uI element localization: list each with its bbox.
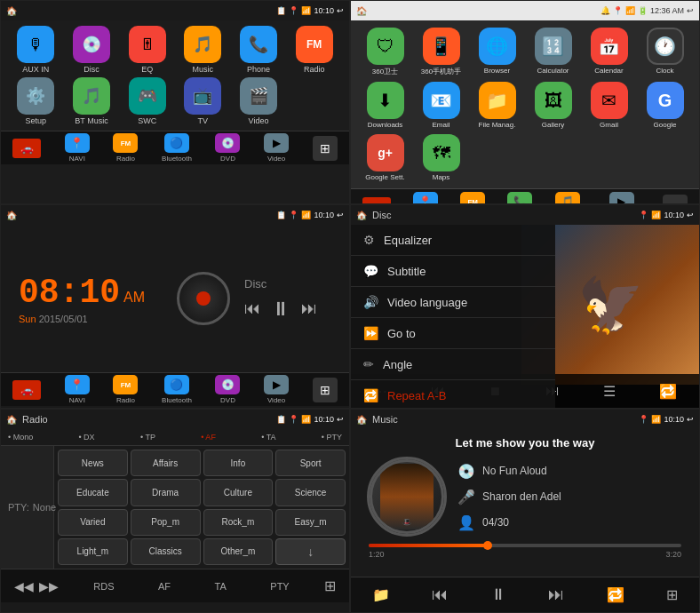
next-button-3[interactable]: ⏭: [301, 299, 317, 318]
app-calendar[interactable]: 📅 Calendar: [584, 28, 634, 76]
play-pause-btn-6[interactable]: ⏸: [490, 585, 506, 604]
back-icon-6[interactable]: ↩: [687, 415, 694, 424]
home-icon-3[interactable]: 🏠: [6, 211, 17, 220]
app-google-settings[interactable]: g+ Google Sett.: [360, 134, 410, 181]
home-icon-4[interactable]: 🏠: [356, 211, 367, 220]
app-bt-music[interactable]: 🎵 BT Music: [66, 77, 118, 125]
next-btn-6[interactable]: ⏭: [548, 585, 564, 604]
nav-bluetooth-1[interactable]: 🔵 Bluetooth: [162, 133, 192, 163]
app-video[interactable]: 🎬 Video: [233, 77, 285, 125]
nav-dvd-3[interactable]: 💿 DVD: [215, 375, 240, 404]
menu-video-language[interactable]: 🔊 Video language: [351, 287, 555, 318]
radio-ta-btn[interactable]: TA: [206, 577, 235, 595]
back-icon-3[interactable]: ↩: [337, 211, 344, 219]
app-google[interactable]: G Google: [640, 82, 690, 129]
prev-btn-6[interactable]: ⏮: [432, 585, 448, 604]
app-calculator[interactable]: 🔢 Calculator: [528, 28, 578, 76]
genre-drama[interactable]: Drama: [131, 479, 201, 506]
genre-affairs[interactable]: Affairs: [131, 450, 201, 476]
menu-equalizer[interactable]: ⚙ Equalizer: [351, 225, 555, 256]
progress-track[interactable]: [369, 544, 681, 547]
grid-button-3[interactable]: ⊞: [313, 378, 338, 402]
app-360-guard[interactable]: 🛡 360卫士: [360, 28, 410, 76]
grid-button-1[interactable]: ⊞: [313, 136, 338, 161]
nav-radio-1[interactable]: FM Radio: [113, 133, 138, 163]
app-browser[interactable]: 🌐 Browser: [472, 28, 522, 76]
menu-repeat-ab[interactable]: 🔁 Repeat A-B: [351, 380, 555, 409]
app-gallery[interactable]: 🖼 Gallery: [528, 82, 578, 129]
list-btn-4[interactable]: ☰: [603, 383, 616, 400]
repeat-btn-4[interactable]: 🔁: [659, 383, 677, 400]
nav-navi-2[interactable]: 📍 Navi: [413, 192, 438, 204]
app-swc[interactable]: 🎮 SWC: [121, 77, 173, 125]
genre-varied[interactable]: Varied: [58, 509, 128, 536]
genre-rock[interactable]: Rock_m: [203, 509, 274, 536]
genre-educate[interactable]: Educate: [58, 479, 128, 506]
radio-pty-btn[interactable]: PTY: [261, 577, 298, 595]
menu-btn-6[interactable]: ⊞: [666, 586, 678, 603]
nav-videoplayer-2[interactable]: ▶ VideoPlayer: [602, 192, 640, 204]
genre-classics[interactable]: Classics: [131, 538, 201, 565]
car-button-1[interactable]: 🚗: [12, 139, 41, 158]
genre-info[interactable]: Info: [203, 450, 274, 476]
nav-navi-1[interactable]: 📍 NAVI: [65, 133, 90, 163]
grid-button-2[interactable]: ⊞: [663, 195, 688, 205]
menu-angle[interactable]: ✏ Angle: [351, 349, 555, 380]
vol-up-icon[interactable]: ▶▶: [39, 579, 59, 593]
app-file-manager[interactable]: 📁 File Manag.: [472, 82, 522, 129]
genre-scroll-down[interactable]: ↓: [275, 538, 346, 565]
car-button-2[interactable]: 🚗: [362, 197, 391, 205]
nav-video-1[interactable]: ▶ Video: [264, 133, 289, 163]
app-eq[interactable]: 🎚 EQ: [121, 26, 173, 74]
genre-science[interactable]: Science: [275, 479, 346, 506]
folder-icon-6[interactable]: 📁: [372, 586, 390, 603]
genre-news[interactable]: News: [58, 450, 128, 476]
app-email[interactable]: 📧 Email: [416, 82, 466, 129]
home-icon-6[interactable]: 🏠: [356, 415, 367, 425]
genre-sport[interactable]: Sport: [275, 450, 346, 476]
radio-rds-btn[interactable]: RDS: [84, 577, 123, 595]
nav-dvd-1[interactable]: 💿 DVD: [215, 133, 240, 163]
progress-handle[interactable]: [483, 541, 492, 550]
prev-button-3[interactable]: ⏮: [244, 299, 260, 318]
back-icon-5[interactable]: ↩: [337, 415, 344, 424]
nav-bluetooth-3[interactable]: 🔵 Bluetooth: [162, 375, 192, 404]
app-music[interactable]: 🎵 Music: [177, 26, 229, 74]
vol-down-icon[interactable]: ◀◀: [14, 579, 34, 593]
app-maps[interactable]: 🗺 Maps: [416, 134, 466, 181]
app-radio[interactable]: FM Radio: [288, 26, 340, 74]
nav-navi-3[interactable]: 📍 NAVI: [65, 375, 90, 404]
app-phone[interactable]: 📞 Phone: [233, 26, 285, 74]
radio-menu-icon[interactable]: ⊞: [324, 577, 336, 594]
app-tv[interactable]: 📺 TV: [177, 77, 229, 125]
app-clock[interactable]: 🕐 Clock: [640, 28, 690, 76]
menu-goto[interactable]: ⏩ Go to: [351, 318, 555, 349]
app-setup[interactable]: ⚙️ Setup: [10, 77, 62, 125]
app-disc[interactable]: 💿 Disc: [66, 26, 118, 74]
home-icon-2[interactable]: 🏠: [356, 6, 367, 16]
radio-af-btn[interactable]: AF: [149, 577, 179, 595]
genre-easy[interactable]: Easy_m: [275, 509, 346, 536]
app-downloads[interactable]: ⬇ Downloads: [360, 82, 410, 129]
back-icon-2[interactable]: ↩: [687, 6, 694, 15]
nav-music-2[interactable]: 🎵 Music: [555, 192, 580, 204]
repeat-btn-6[interactable]: 🔁: [607, 586, 624, 603]
app-gmail[interactable]: ✉ Gmail: [584, 82, 634, 129]
app-aux-in[interactable]: 🎙 AUX IN: [10, 26, 62, 74]
genre-other[interactable]: Other_m: [203, 538, 274, 565]
car-button-3[interactable]: 🚗: [12, 380, 41, 400]
home-icon[interactable]: 🏠: [6, 6, 17, 16]
back-icon-1[interactable]: ↩: [337, 6, 344, 15]
nav-radio-3[interactable]: FM Radio: [113, 375, 138, 404]
back-icon-4[interactable]: ↩: [687, 211, 694, 219]
genre-light[interactable]: Light_m: [58, 538, 128, 565]
app-360-assistant[interactable]: 📱 360手机助手: [416, 28, 466, 76]
play-pause-button-3[interactable]: ⏸: [271, 298, 290, 321]
home-icon-5[interactable]: 🏠: [6, 415, 17, 425]
nav-radio-2[interactable]: FM Radio: [460, 192, 485, 204]
nav-phone-2[interactable]: 📞 Phone: [507, 192, 532, 204]
menu-subtitle[interactable]: 💬 Subtitle: [351, 256, 555, 287]
genre-culture[interactable]: Culture: [203, 479, 274, 506]
nav-video-3[interactable]: ▶ Video: [264, 375, 289, 404]
genre-pop[interactable]: Pop_m: [131, 509, 201, 536]
